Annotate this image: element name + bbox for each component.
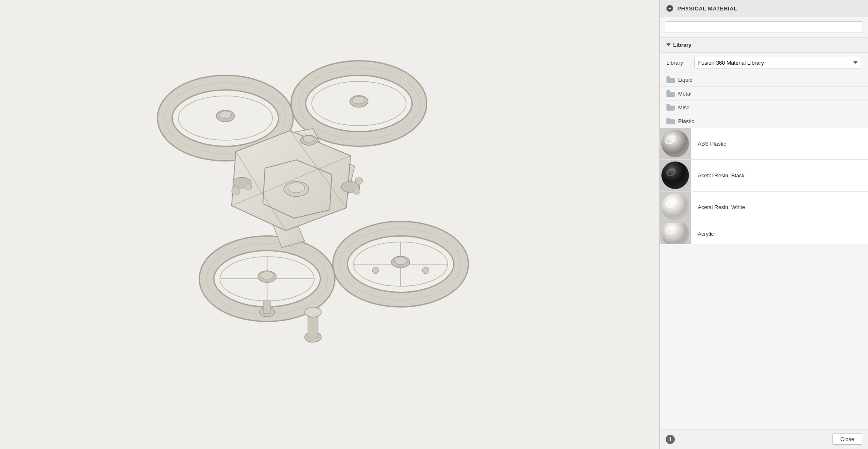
material-acetal-white[interactable]: Acetal Resin, White: [660, 192, 868, 223]
panel-icon: −: [666, 5, 673, 12]
svg-point-51: [353, 188, 360, 194]
panel-footer: ℹ Close: [660, 429, 868, 449]
3d-viewport[interactable]: [0, 0, 659, 449]
material-acetal-white-label: Acetal Resin, White: [691, 204, 752, 210]
panel-title: PHYSICAL MATERIAL: [677, 5, 737, 12]
close-button[interactable]: Close: [833, 434, 862, 445]
material-thumb-acetal-black: [660, 160, 691, 191]
material-acrylic[interactable]: Acrylic: [660, 223, 868, 244]
category-liquid-label: Liquid: [678, 77, 693, 83]
library-select[interactable]: Fusion 360 Material Library My Material …: [694, 57, 861, 68]
info-icon: ℹ: [669, 436, 671, 442]
library-section-label: Library: [673, 42, 691, 48]
svg-point-11: [219, 111, 232, 119]
svg-point-57: [661, 161, 689, 189]
panel-content[interactable]: Library Library Fusion 360 Material Libr…: [660, 38, 868, 429]
svg-point-59: [661, 193, 689, 221]
category-plastic-label: Plastic: [678, 118, 694, 124]
svg-point-29: [261, 272, 273, 279]
svg-point-43: [288, 183, 305, 193]
category-plastic[interactable]: Plastic: [660, 114, 868, 128]
svg-point-5: [353, 96, 365, 104]
svg-point-47: [232, 187, 240, 195]
material-abs-plastic[interactable]: ABS Plastic: [660, 128, 868, 160]
search-bar: [660, 17, 868, 38]
drone-svg: [142, 37, 484, 379]
panel-header: − PHYSICAL MATERIAL: [660, 0, 868, 17]
library-label: Library: [666, 60, 689, 66]
category-metal-label: Metal: [678, 91, 691, 97]
library-row: Library Fusion 360 Material Library My M…: [660, 53, 868, 73]
material-abs-plastic-label: ABS Plastic: [691, 141, 733, 147]
svg-point-50: [355, 177, 363, 184]
physical-material-panel: − PHYSICAL MATERIAL Library Library Fusi…: [659, 0, 868, 449]
svg-point-54: [305, 307, 321, 317]
svg-point-21: [422, 267, 429, 274]
folder-icon-plastic: [666, 118, 675, 124]
material-acrylic-label: Acrylic: [691, 231, 720, 237]
expand-icon: [666, 43, 671, 46]
search-input[interactable]: [665, 21, 863, 33]
svg-rect-31: [263, 301, 271, 313]
category-misc-label: Misc: [678, 104, 689, 111]
svg-point-55: [661, 130, 689, 157]
info-button[interactable]: ℹ: [666, 435, 675, 444]
category-metal[interactable]: Metal: [660, 87, 868, 101]
material-thumb-abs: [660, 128, 691, 159]
svg-point-61: [661, 223, 689, 244]
category-liquid[interactable]: Liquid: [660, 73, 868, 87]
folder-icon-metal: [666, 90, 675, 97]
folder-icon-misc: [666, 104, 675, 111]
material-acetal-black[interactable]: Acetal Resin, Black: [660, 160, 868, 192]
library-section-header[interactable]: Library: [660, 38, 868, 53]
folder-icon-liquid: [666, 76, 675, 83]
category-misc[interactable]: Misc: [660, 101, 868, 114]
material-thumb-acrylic: [660, 223, 691, 244]
material-acetal-black-label: Acetal Resin, Black: [691, 172, 751, 179]
material-thumb-acetal-white: [660, 192, 691, 223]
drone-model: [142, 37, 517, 412]
svg-point-45: [303, 136, 314, 142]
svg-point-48: [245, 184, 252, 190]
svg-point-20: [372, 267, 379, 274]
svg-point-19: [394, 257, 407, 265]
